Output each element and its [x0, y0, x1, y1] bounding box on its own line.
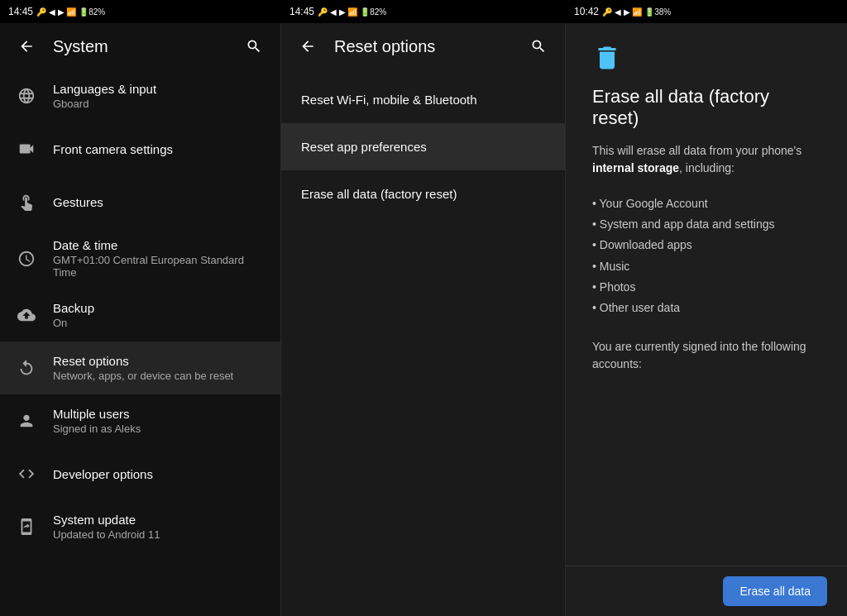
- settings-item-update[interactable]: System update Updated to Android 11: [0, 500, 280, 553]
- erase-list-item: • Music: [592, 256, 821, 277]
- settings-item-backup[interactable]: Backup On: [0, 289, 280, 341]
- erase-all-data-button[interactable]: Erase all data: [723, 576, 827, 606]
- erase-list: • Your Google Account • System and app d…: [592, 193, 821, 318]
- erase-list-item: • Other user data: [592, 298, 821, 318]
- time-right: 10:42: [574, 6, 599, 17]
- erase-title: Erase all data (factory reset): [592, 86, 821, 129]
- erase-list-item: • Your Google Account: [592, 193, 821, 214]
- developer-icon: [13, 461, 40, 487]
- datetime-icon: [13, 246, 40, 272]
- languages-icon: [13, 83, 40, 109]
- erase-content: Erase all data (factory reset) This will…: [566, 23, 847, 566]
- reset-header: Reset options: [281, 23, 565, 69]
- languages-text: Languages & input Gboard: [53, 82, 267, 110]
- backup-icon: [13, 302, 40, 328]
- reset-app-option[interactable]: Reset app preferences: [281, 123, 565, 170]
- erase-list-item: • Downloaded apps: [592, 235, 821, 255]
- settings-item-camera[interactable]: Front camera settings: [0, 122, 280, 175]
- erase-description: This will erase all data from your phone…: [592, 142, 821, 177]
- users-icon: [13, 408, 40, 434]
- settings-item-datetime[interactable]: Date & time GMT+01:00 Central European S…: [0, 228, 280, 289]
- reset-back-button[interactable]: [294, 33, 321, 60]
- back-button[interactable]: [13, 33, 40, 60]
- system-title: System: [53, 37, 227, 56]
- update-icon: [13, 513, 40, 540]
- developer-text: Developer options: [53, 467, 267, 481]
- status-center: 14:45 🔑 ◀ ▶ 📶 🔋82%: [281, 0, 566, 23]
- panel-reset: Reset options Reset Wi-Fi, mobile & Blue…: [281, 23, 566, 616]
- gestures-icon: [13, 189, 40, 215]
- main-content: System Languages & input Gboard: [0, 23, 847, 616]
- users-text: Multiple users Signed in as Aleks: [53, 407, 267, 435]
- reset-text: Reset options Network, apps, or device c…: [53, 354, 267, 382]
- panel-erase: Erase all data (factory reset) This will…: [566, 23, 847, 616]
- signed-in-text: You are currently signed into the follow…: [592, 338, 821, 373]
- reset-search-button[interactable]: [525, 33, 552, 60]
- icons-right: 🔑 ◀ ▶ 📶 🔋38%: [602, 7, 671, 17]
- panel-system: System Languages & input Gboard: [0, 23, 281, 616]
- icons-center: 🔑 ◀ ▶ 📶 🔋82%: [318, 7, 386, 17]
- trash-icon: [592, 43, 821, 73]
- search-button[interactable]: [241, 33, 267, 60]
- erase-footer: Erase all data: [566, 566, 847, 616]
- gestures-text: Gestures: [53, 195, 267, 209]
- icons-left: 🔑 ◀ ▶ 📶 🔋82%: [36, 7, 105, 17]
- status-bar: 14:45 🔑 ◀ ▶ 📶 🔋82% 14:45 🔑 ◀ ▶ 📶 🔋82% 10…: [0, 0, 847, 23]
- reset-factory-option[interactable]: Erase all data (factory reset): [281, 170, 565, 217]
- reset-title: Reset options: [334, 37, 512, 56]
- reset-icon: [13, 355, 40, 381]
- time-center: 14:45: [290, 6, 314, 17]
- camera-icon: [13, 136, 40, 162]
- settings-item-reset[interactable]: Reset options Network, apps, or device c…: [0, 341, 280, 394]
- camera-text: Front camera settings: [53, 142, 267, 156]
- erase-list-item: • System and app data and settings: [592, 214, 821, 235]
- reset-wifi-option[interactable]: Reset Wi-Fi, mobile & Bluetooth: [281, 76, 565, 123]
- settings-item-gestures[interactable]: Gestures: [0, 175, 280, 228]
- settings-list: Languages & input Gboard Front camera se…: [0, 69, 280, 616]
- status-right: 10:42 🔑 ◀ ▶ 📶 🔋38%: [566, 0, 847, 23]
- reset-options-list: Reset Wi-Fi, mobile & Bluetooth Reset ap…: [281, 69, 565, 224]
- backup-text: Backup On: [53, 301, 267, 329]
- erase-list-item: • Photos: [592, 277, 821, 298]
- update-text: System update Updated to Android 11: [53, 513, 267, 541]
- settings-item-languages[interactable]: Languages & input Gboard: [0, 69, 280, 122]
- status-left: 14:45 🔑 ◀ ▶ 📶 🔋82%: [0, 0, 281, 23]
- time-left: 14:45: [8, 6, 33, 17]
- datetime-text: Date & time GMT+01:00 Central European S…: [53, 238, 267, 279]
- settings-item-developer[interactable]: Developer options: [0, 447, 280, 500]
- system-header: System: [0, 23, 280, 69]
- settings-item-users[interactable]: Multiple users Signed in as Aleks: [0, 394, 280, 447]
